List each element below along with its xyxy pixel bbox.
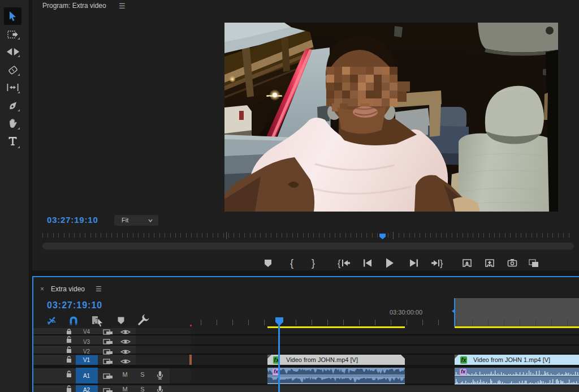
- svg-text:S: S: [140, 371, 144, 378]
- svg-text:V1: V1: [83, 357, 90, 363]
- svg-text:{: {: [338, 259, 341, 268]
- svg-text:A2: A2: [83, 387, 90, 392]
- svg-text:S: S: [140, 386, 144, 392]
- svg-text:{: {: [290, 257, 293, 269]
- svg-text:V3: V3: [83, 339, 90, 345]
- svg-text:}: }: [440, 259, 443, 268]
- svg-text:V2: V2: [83, 348, 90, 355]
- svg-text:M: M: [122, 386, 127, 392]
- svg-text:A1: A1: [83, 373, 90, 379]
- svg-text:}: }: [312, 257, 315, 269]
- svg-text:V4: V4: [83, 329, 90, 335]
- svg-text:M: M: [122, 371, 127, 378]
